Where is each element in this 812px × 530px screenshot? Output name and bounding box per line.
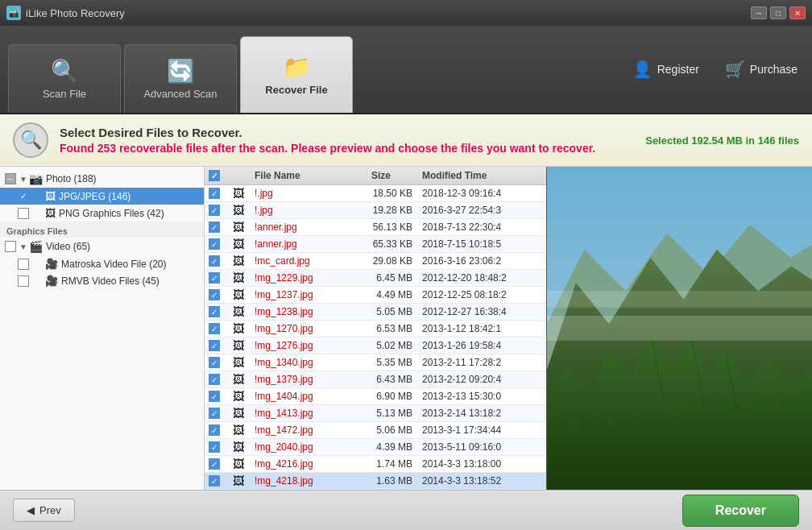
row-checkbox[interactable]: ✓: [205, 354, 227, 371]
register-label: Register: [657, 63, 699, 76]
row-file-icon: 🖼: [227, 339, 250, 352]
app-icon: 📷: [6, 6, 21, 20]
row-checkbox[interactable]: ✓: [205, 371, 227, 387]
row-checkbox[interactable]: ✓: [205, 304, 227, 320]
png-icon: 🖼: [45, 207, 56, 219]
tab-scan-file[interactable]: 🔍 Scan File: [8, 44, 121, 113]
preview-pane: [546, 167, 812, 490]
svg-rect-9: [547, 291, 812, 308]
row-size: 6.90 MB: [345, 388, 417, 404]
row-checkbox[interactable]: ✓: [205, 337, 227, 354]
maximize-button[interactable]: □: [770, 6, 786, 19]
app-title: iLike Photo Recovery: [26, 7, 751, 19]
table-row[interactable]: ✓ 🖼 !mg_1229.jpg 6.45 MB 2012-12-20 18:4…: [205, 270, 546, 287]
row-checkbox[interactable]: ✓: [205, 185, 227, 201]
app-container: 🔍 Scan File 🔄 Advanced Scan 📁 Recover Fi…: [0, 26, 812, 530]
matroska-checkbox[interactable]: [18, 259, 29, 270]
row-file-icon: 🖼: [227, 407, 250, 420]
video-checkbox[interactable]: [5, 241, 16, 252]
close-button[interactable]: ✕: [789, 6, 806, 19]
register-button[interactable]: 👤 Register: [626, 56, 706, 82]
row-checkbox[interactable]: ✓: [205, 388, 227, 404]
table-row[interactable]: ✓ 🖼 !mg_4218.jpg 1.63 MB 2014-3-3 13:18:…: [205, 473, 546, 490]
titlebar: 📷 iLike Photo Recovery ─ □ ✕: [0, 0, 812, 26]
row-checkbox[interactable]: ✓: [205, 439, 227, 455]
minimize-button[interactable]: ─: [751, 6, 767, 19]
tab-advanced-scan[interactable]: 🔄 Advanced Scan: [124, 44, 237, 113]
table-row[interactable]: ✓ 🖼 !anner.jpg 65.33 KB 2018-7-15 10:18:…: [205, 236, 546, 253]
table-row[interactable]: ✓ 🖼 !mc_card.jpg 29.08 KB 2016-3-16 23:0…: [205, 253, 546, 270]
video-label: Video (65): [46, 241, 90, 252]
row-checkbox[interactable]: ✓: [205, 287, 227, 303]
table-row[interactable]: ✓ 🖼 !mg_1379.jpg 6.43 MB 2013-2-12 09:20…: [205, 371, 546, 388]
tree-item-png[interactable]: 🖼 PNG Graphics Files (42): [0, 205, 204, 222]
table-row[interactable]: ✓ 🖼 !mg_1237.jpg 4.49 MB 2012-12-25 08:1…: [205, 287, 546, 304]
row-file-icon: 🖼: [227, 356, 250, 369]
row-date: 2014-3-3 13:18:52: [417, 473, 546, 489]
file-list-area: ✓ File Name Size Modified Time ✓ 🖼 !.jpg…: [205, 167, 546, 490]
table-row[interactable]: ✓ 🖼 !.jpg 18.50 KB 2018-12-3 09:16:4: [205, 185, 546, 202]
photo-checkbox[interactable]: ─: [5, 173, 16, 184]
table-row[interactable]: ✓ 🖼 !anner.jpg 56.13 KB 2018-7-13 22:30:…: [205, 219, 546, 236]
row-size: 5.35 MB: [345, 354, 417, 371]
row-file-icon: 🖼: [227, 238, 250, 251]
table-row[interactable]: ✓ 🖼 !mg_1404.jpg 6.90 MB 2013-2-13 15:30…: [205, 388, 546, 405]
row-checkbox[interactable]: ✓: [205, 202, 227, 218]
row-checkbox[interactable]: ✓: [205, 270, 227, 286]
table-row[interactable]: ✓ 🖼 !mg_4216.jpg 1.74 MB 2014-3-3 13:18:…: [205, 456, 546, 473]
rmvb-label: RMVB Video Files (45): [61, 275, 160, 287]
table-row[interactable]: ✓ 🖼 !mg_1276.jpg 5.02 MB 2013-1-26 19:58…: [205, 337, 546, 354]
tab-advanced-scan-label: Advanced Scan: [143, 88, 217, 100]
window-controls[interactable]: ─ □ ✕: [751, 6, 806, 19]
row-date: 2013-1-12 18:42:1: [417, 321, 546, 337]
row-checkbox[interactable]: ✓: [205, 321, 227, 337]
row-checkbox[interactable]: ✓: [205, 253, 227, 269]
row-checkbox[interactable]: ✓: [205, 473, 227, 489]
prev-button[interactable]: ◀ Prev: [13, 499, 75, 522]
row-date: 2013-5-11 09:16:0: [417, 439, 546, 455]
row-checkbox[interactable]: ✓: [205, 219, 227, 235]
tree-item-rmvb[interactable]: 🎥 RMVB Video Files (45): [0, 272, 204, 289]
jpg-checkbox[interactable]: ✓: [18, 191, 29, 202]
row-filename: !mg_1379.jpg: [250, 371, 345, 387]
svg-rect-8: [547, 316, 812, 341]
tree-item-photo[interactable]: ─ ▼ 📷 Photo (188): [0, 170, 204, 188]
header-filename: File Name: [250, 167, 345, 184]
row-file-icon: 🖼: [227, 474, 250, 487]
header-check[interactable]: ✓: [205, 167, 227, 184]
table-row[interactable]: ✓ 🖼 !mg_1270.jpg 6.53 MB 2013-1-12 18:42…: [205, 321, 546, 337]
table-row[interactable]: ✓ 🖼 !mg_1340.jpg 5.35 MB 2013-2-11 17:28…: [205, 354, 546, 371]
row-checkbox[interactable]: ✓: [205, 236, 227, 252]
table-row[interactable]: ✓ 🖼 !mg_2040.jpg 4.39 MB 2013-5-11 09:16…: [205, 439, 546, 456]
row-date: 2013-1-26 19:58:4: [417, 337, 546, 354]
rmvb-checkbox[interactable]: [18, 275, 29, 287]
video-arrow: ▼: [19, 242, 27, 251]
row-checkbox[interactable]: ✓: [205, 456, 227, 472]
table-row[interactable]: ✓ 🖼 !mg_1238.jpg 5.05 MB 2012-12-27 16:3…: [205, 304, 546, 321]
tree-item-jpg[interactable]: ✓ 🖼 JPG/JPEG (146): [0, 188, 204, 205]
tab-recover-file[interactable]: 📁 Recover File: [240, 36, 353, 113]
purchase-button[interactable]: 🛒 Purchase: [719, 56, 804, 82]
table-row[interactable]: ✓ 🖼 !.jpg 19.28 KB 2016-3-27 22:54:3: [205, 202, 546, 219]
tree-item-video[interactable]: ▼ 🎬 Video (65): [0, 238, 204, 255]
row-file-icon: 🖼: [227, 390, 250, 403]
row-checkbox[interactable]: ✓: [205, 405, 227, 421]
jpg-icon: 🖼: [45, 190, 56, 202]
preview-image: [547, 167, 812, 490]
select-all-checkbox[interactable]: ✓: [209, 170, 220, 181]
tree-item-matroska[interactable]: 🎥 Matroska Video File (20): [0, 255, 204, 272]
row-size: 5.02 MB: [345, 337, 417, 354]
left-panel: ─ ▼ 📷 Photo (188) ✓ 🖼 JPG/JPEG (146) 🖼 P…: [0, 167, 205, 490]
prev-arrow-icon: ◀: [27, 504, 35, 516]
table-row[interactable]: ✓ 🖼 !mg_1472.jpg 5.06 MB 2013-3-1 17:34:…: [205, 422, 546, 439]
row-checkbox[interactable]: ✓: [205, 422, 227, 438]
row-date: 2013-2-12 09:20:4: [417, 371, 546, 387]
row-file-icon: 🖼: [227, 322, 250, 335]
banner-subtitle: Found 253 recoverable files after the sc…: [60, 142, 629, 155]
row-size: 6.53 MB: [345, 321, 417, 337]
row-filename: !anner.jpg: [250, 219, 345, 235]
table-row[interactable]: ✓ 🖼 !mg_1413.jpg 5.13 MB 2013-2-14 13:18…: [205, 405, 546, 422]
photo-arrow: ▼: [19, 175, 27, 184]
recover-button[interactable]: Recover: [682, 495, 799, 527]
png-checkbox[interactable]: [18, 208, 29, 219]
